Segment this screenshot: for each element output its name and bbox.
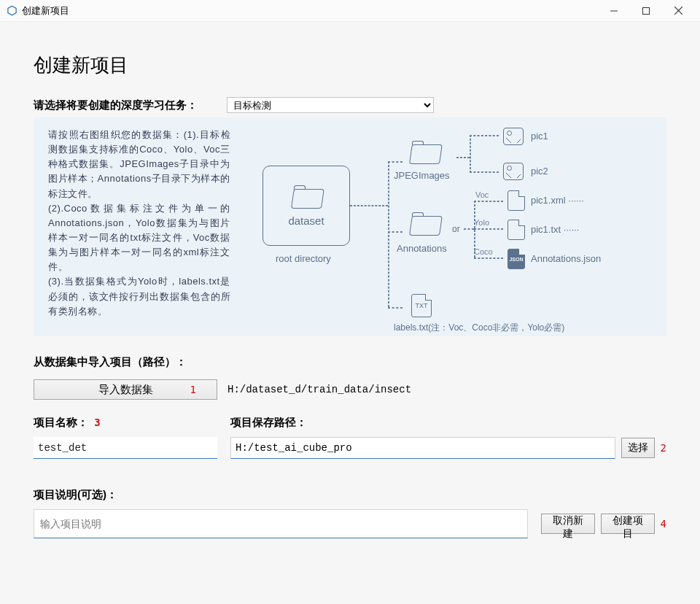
diagram-or: or — [452, 224, 460, 234]
description-input[interactable] — [34, 509, 528, 538]
diagram-ann-label: Annotations — [397, 243, 447, 254]
diagram-pic1: pic1 — [531, 131, 548, 142]
image-icon — [503, 128, 524, 145]
diagram-annjson: Annotations.json — [531, 253, 601, 264]
diagram-root-label: dataset — [288, 214, 324, 227]
task-label: 请选择将要创建的深度学习任务： — [34, 98, 198, 112]
diagram-pic1txt: pic1.txt ······ — [531, 224, 579, 235]
diagram-yolo: Yolo — [474, 218, 489, 227]
cancel-button[interactable]: 取消新建 — [541, 514, 595, 534]
project-name-input[interactable] — [34, 437, 217, 459]
file-icon — [508, 220, 525, 240]
folder-icon — [409, 212, 440, 236]
save-path-label: 项目保存路径： — [230, 416, 666, 430]
json-file-icon: JSON — [508, 249, 525, 269]
project-name-label: 项目名称： — [34, 416, 88, 428]
create-project-button[interactable]: 创建项目 — [601, 514, 655, 534]
import-dataset-button[interactable]: 导入数据集 1 — [34, 379, 217, 400]
diagram-coco: Coco — [474, 247, 493, 256]
page-title: 创建新项目 — [34, 53, 666, 78]
minimize-button[interactable] — [598, 0, 630, 22]
svg-marker-0 — [7, 6, 15, 15]
titlebar: 创建新项目 — [0, 0, 700, 22]
browse-save-path-button[interactable]: 选择 — [621, 438, 655, 458]
folder-icon — [291, 185, 322, 209]
folder-icon — [409, 141, 440, 164]
file-icon — [508, 190, 525, 211]
description-label: 项目说明(可选)： — [34, 488, 666, 502]
diagram-jpeg-label: JPEGImages — [394, 170, 450, 181]
task-type-select[interactable]: 目标检测 — [227, 97, 434, 113]
diagram-voc: Voc — [475, 190, 489, 199]
image-icon — [503, 163, 524, 180]
diagram-labels-note: labels.txt(注：Voc、Coco非必需，Yolo必需) — [394, 322, 564, 334]
svg-rect-2 — [643, 7, 650, 14]
marker-1: 1 — [190, 384, 196, 395]
maximize-button[interactable] — [630, 0, 662, 22]
app-icon — [6, 5, 18, 17]
save-path-input[interactable] — [230, 437, 615, 459]
info-text: 请按照右图组织您的数据集：(1).目标检测数据集支持标准的Coco、Yolo、V… — [48, 128, 230, 329]
marker-4: 4 — [661, 518, 666, 530]
marker-3: 3 — [94, 417, 100, 428]
diagram-pic1xml: pic1.xml ······ — [531, 195, 584, 206]
marker-2: 2 — [661, 442, 666, 454]
diagram-pic2: pic2 — [531, 166, 548, 177]
close-button[interactable] — [662, 0, 694, 22]
window-title: 创建新项目 — [22, 4, 69, 18]
txt-file-icon: TXT — [411, 294, 432, 317]
dataset-diagram: dataset root directory JPEGImages pic1 — [244, 128, 653, 329]
info-panel: 请按照右图组织您的数据集：(1).目标检测数据集支持标准的Coco、Yolo、V… — [34, 117, 666, 336]
diagram-root-sub: root directory — [276, 253, 331, 264]
window-controls — [598, 0, 694, 22]
import-path-value: H:/dataset_d/train_data/insect — [228, 384, 411, 395]
import-section-label: 从数据集中导入项目（路径）： — [34, 355, 666, 369]
